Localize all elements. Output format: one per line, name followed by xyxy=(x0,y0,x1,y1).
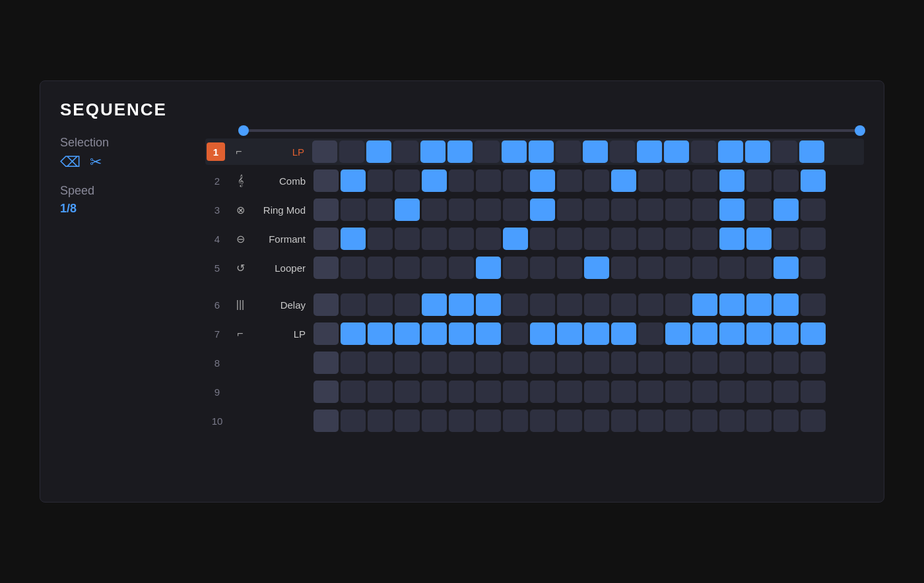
cell-r10-c11[interactable] xyxy=(611,410,636,432)
cell-r3-c11[interactable] xyxy=(611,199,636,221)
slider-track[interactable] xyxy=(244,129,860,132)
cell-r8-c9[interactable] xyxy=(557,352,582,374)
slider-left-handle[interactable] xyxy=(238,125,249,136)
cell-r1-c18[interactable] xyxy=(799,140,824,163)
cell-r8-c18[interactable] xyxy=(801,352,826,374)
cell-r1-c3[interactable] xyxy=(393,140,418,163)
cell-r9-c2[interactable] xyxy=(368,381,393,403)
cell-r6-c17[interactable] xyxy=(774,293,799,316)
cell-r4-c9[interactable] xyxy=(557,228,582,250)
cell-r3-c10[interactable] xyxy=(584,199,609,221)
cell-r2-c14[interactable] xyxy=(692,169,717,192)
cell-r6-c8[interactable] xyxy=(530,293,555,316)
cell-r4-c18[interactable] xyxy=(801,228,826,250)
cell-r7-c6[interactable] xyxy=(476,322,501,345)
cell-r3-c7[interactable] xyxy=(503,199,528,221)
cell-r4-c15[interactable] xyxy=(719,228,744,250)
cell-r4-c16[interactable] xyxy=(746,228,772,250)
cell-r5-c12[interactable] xyxy=(638,257,663,279)
cell-r6-c15[interactable] xyxy=(719,293,744,316)
cell-r5-c16[interactable] xyxy=(746,257,772,279)
cell-r1-c7[interactable] xyxy=(502,140,527,163)
cell-r8-c6[interactable] xyxy=(476,352,501,374)
cell-r9-c9[interactable] xyxy=(557,381,582,403)
cell-r5-c5[interactable] xyxy=(449,257,474,279)
cell-r6-c9[interactable] xyxy=(557,293,582,316)
cell-r9-c18[interactable] xyxy=(801,381,826,403)
cell-r4-c13[interactable] xyxy=(665,228,690,250)
cell-r2-c11[interactable] xyxy=(611,169,636,192)
cell-r6-c0[interactable] xyxy=(314,293,339,316)
cell-r10-c3[interactable] xyxy=(395,410,420,432)
cell-r1-c0[interactable] xyxy=(312,140,337,163)
cell-r10-c6[interactable] xyxy=(476,410,501,432)
cell-r10-c15[interactable] xyxy=(719,410,744,432)
cell-r4-c10[interactable] xyxy=(584,228,609,250)
cell-r2-c1[interactable] xyxy=(341,169,366,192)
cell-r1-c10[interactable] xyxy=(583,140,608,163)
cell-r8-c3[interactable] xyxy=(395,352,420,374)
cell-r4-c14[interactable] xyxy=(692,228,717,250)
cell-r2-c8[interactable] xyxy=(530,169,555,192)
cell-r6-c16[interactable] xyxy=(746,293,772,316)
cell-r2-c4[interactable] xyxy=(422,169,447,192)
cell-r7-c4[interactable] xyxy=(422,322,447,345)
cell-r3-c0[interactable] xyxy=(314,199,339,221)
cell-r10-c7[interactable] xyxy=(503,410,528,432)
cell-r6-c14[interactable] xyxy=(692,293,717,316)
cell-r2-c9[interactable] xyxy=(557,169,582,192)
cell-r10-c4[interactable] xyxy=(422,410,447,432)
cell-r2-c12[interactable] xyxy=(638,169,663,192)
cell-r1-c4[interactable] xyxy=(420,140,446,163)
cell-r7-c0[interactable] xyxy=(314,322,339,345)
cell-r5-c8[interactable] xyxy=(530,257,555,279)
cell-r10-c12[interactable] xyxy=(638,410,663,432)
cell-r10-c5[interactable] xyxy=(449,410,474,432)
cell-r7-c5[interactable] xyxy=(449,322,474,345)
cell-r3-c15[interactable] xyxy=(719,199,744,221)
cell-r7-c16[interactable] xyxy=(746,322,772,345)
cell-r2-c2[interactable] xyxy=(368,169,393,192)
cell-r6-c1[interactable] xyxy=(341,293,366,316)
cell-r10-c17[interactable] xyxy=(774,410,799,432)
cell-r7-c7[interactable] xyxy=(503,322,528,345)
cell-r4-c7[interactable] xyxy=(503,228,528,250)
cell-r6-c12[interactable] xyxy=(638,293,663,316)
cell-r6-c18[interactable] xyxy=(801,293,826,316)
cell-r5-c17[interactable] xyxy=(774,257,799,279)
cell-r1-c9[interactable] xyxy=(556,140,581,163)
speed-value[interactable]: 1/8 xyxy=(60,202,192,216)
cell-r3-c13[interactable] xyxy=(665,199,690,221)
cell-r8-c8[interactable] xyxy=(530,352,555,374)
cell-r1-c13[interactable] xyxy=(664,140,689,163)
cell-r5-c3[interactable] xyxy=(395,257,420,279)
cell-r2-c0[interactable] xyxy=(314,169,339,192)
cell-r6-c10[interactable] xyxy=(584,293,609,316)
cell-r1-c2[interactable] xyxy=(366,140,391,163)
cell-r5-c18[interactable] xyxy=(801,257,826,279)
cell-r8-c0[interactable] xyxy=(314,352,339,374)
cell-r3-c9[interactable] xyxy=(557,199,582,221)
cell-r7-c11[interactable] xyxy=(611,322,636,345)
cell-r4-c6[interactable] xyxy=(476,228,501,250)
cell-r7-c17[interactable] xyxy=(774,322,799,345)
cell-r9-c0[interactable] xyxy=(314,381,339,403)
cell-r5-c2[interactable] xyxy=(368,257,393,279)
cell-r8-c10[interactable] xyxy=(584,352,609,374)
cell-r4-c5[interactable] xyxy=(449,228,474,250)
cell-r5-c7[interactable] xyxy=(503,257,528,279)
cell-r5-c13[interactable] xyxy=(665,257,690,279)
cell-r8-c5[interactable] xyxy=(449,352,474,374)
cell-r7-c2[interactable] xyxy=(368,322,393,345)
cell-r4-c2[interactable] xyxy=(368,228,393,250)
cell-r9-c6[interactable] xyxy=(476,381,501,403)
cell-r7-c9[interactable] xyxy=(557,322,582,345)
cell-r7-c13[interactable] xyxy=(665,322,690,345)
cell-r9-c11[interactable] xyxy=(611,381,636,403)
cell-r1-c15[interactable] xyxy=(718,140,743,163)
eraser-icon[interactable]: ⌫ xyxy=(60,154,81,171)
cell-r8-c16[interactable] xyxy=(746,352,772,374)
cell-r9-c14[interactable] xyxy=(692,381,717,403)
cell-r8-c1[interactable] xyxy=(341,352,366,374)
cell-r5-c9[interactable] xyxy=(557,257,582,279)
